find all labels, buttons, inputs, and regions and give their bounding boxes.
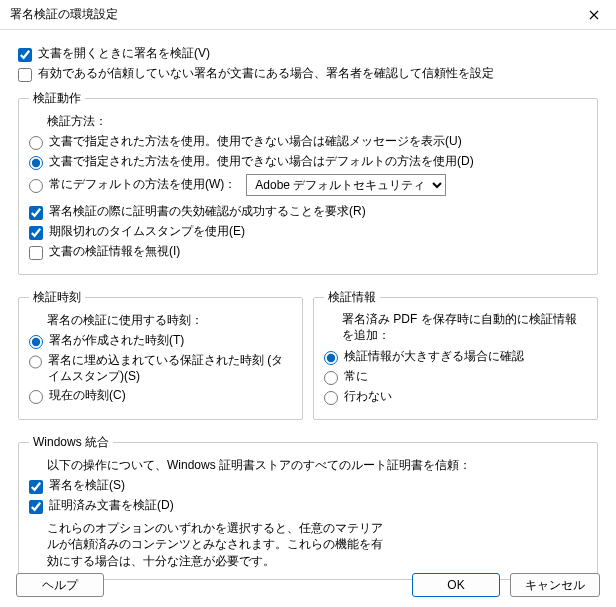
time-legend: 検証時刻 <box>29 289 85 306</box>
windows-group: Windows 統合 以下の操作について、Windows 証明書ストアのすべての… <box>18 434 598 580</box>
win-verify-doc-label: 証明済み文書を検証(D) <box>49 498 174 514</box>
win-verify-sig-checkbox[interactable] <box>29 480 43 494</box>
info-never-label: 行わない <box>344 389 392 405</box>
info-confirm-label: 検証情報が大きすぎる場合に確認 <box>344 349 524 365</box>
time-current-label: 現在の時刻(C) <box>49 388 126 404</box>
close-button[interactable] <box>572 0 616 30</box>
method-always-default-label: 常にデフォルトの方法を使用(W)： <box>49 177 236 193</box>
info-group: 検証情報 署名済み PDF を保存時に自動的に検証情報を追加： 検証情報が大きす… <box>313 289 598 420</box>
info-legend: 検証情報 <box>324 289 380 306</box>
behavior-legend: 検証動作 <box>29 90 85 107</box>
ignore-info-label: 文書の検証情報を無視(I) <box>49 244 180 260</box>
verify-on-open-checkbox[interactable] <box>18 48 32 62</box>
help-button[interactable]: ヘルプ <box>16 573 104 597</box>
ok-button[interactable]: OK <box>412 573 500 597</box>
method-doc-default-label: 文書で指定された方法を使用。使用できない場合はデフォルトの方法を使用(D) <box>49 154 474 170</box>
verify-on-open-label: 文書を開くときに署名を検証(V) <box>38 46 210 62</box>
info-always-label: 常に <box>344 369 368 385</box>
revocation-checkbox[interactable] <box>29 206 43 220</box>
expired-ts-checkbox[interactable] <box>29 226 43 240</box>
behavior-group: 検証動作 検証方法： 文書で指定された方法を使用。使用できない場合は確認メッセー… <box>18 90 598 275</box>
trust-unknown-label: 有効であるが信頼していない署名が文書にある場合、署名者を確認して信頼性を設定 <box>38 66 494 82</box>
info-always-radio[interactable] <box>324 371 338 385</box>
close-icon <box>589 10 599 20</box>
time-group: 検証時刻 署名の検証に使用する時刻： 署名が作成された時刻(T) 署名に埋め込ま… <box>18 289 303 420</box>
ignore-info-checkbox[interactable] <box>29 246 43 260</box>
time-embedded-label: 署名に埋め込まれている保証された時刻 (タイムスタンプ)(S) <box>48 353 292 384</box>
method-always-default-radio[interactable] <box>29 179 43 193</box>
time-created-label: 署名が作成された時刻(T) <box>49 333 184 349</box>
windows-legend: Windows 統合 <box>29 434 113 451</box>
method-doc-default-radio[interactable] <box>29 156 43 170</box>
cancel-button[interactable]: キャンセル <box>510 573 600 597</box>
method-doc-confirm-label: 文書で指定された方法を使用。使用できない場合は確認メッセージを表示(U) <box>49 134 462 150</box>
revocation-label: 署名検証の際に証明書の失効確認が成功することを要求(R) <box>49 204 366 220</box>
time-created-radio[interactable] <box>29 335 43 349</box>
windows-label: 以下の操作について、Windows 証明書ストアのすべてのルート証明書を信頼： <box>47 457 587 474</box>
method-label: 検証方法： <box>47 113 587 130</box>
time-label: 署名の検証に使用する時刻： <box>47 312 292 329</box>
default-method-select[interactable]: Adobe デフォルトセキュリティ <box>246 174 446 196</box>
time-embedded-radio[interactable] <box>29 355 42 369</box>
expired-ts-label: 期限切れのタイムスタンプを使用(E) <box>49 224 245 240</box>
info-never-radio[interactable] <box>324 391 338 405</box>
time-current-radio[interactable] <box>29 390 43 404</box>
info-confirm-radio[interactable] <box>324 351 338 365</box>
info-label: 署名済み PDF を保存時に自動的に検証情報を追加： <box>342 312 587 343</box>
method-doc-confirm-radio[interactable] <box>29 136 43 150</box>
title: 署名検証の環境設定 <box>10 6 118 23</box>
trust-unknown-checkbox[interactable] <box>18 68 32 82</box>
windows-hint: これらのオプションのいずれかを選択すると、任意のマテリアルが信頼済みのコンテンツ… <box>47 520 387 569</box>
win-verify-sig-label: 署名を検証(S) <box>49 478 125 494</box>
win-verify-doc-checkbox[interactable] <box>29 500 43 514</box>
